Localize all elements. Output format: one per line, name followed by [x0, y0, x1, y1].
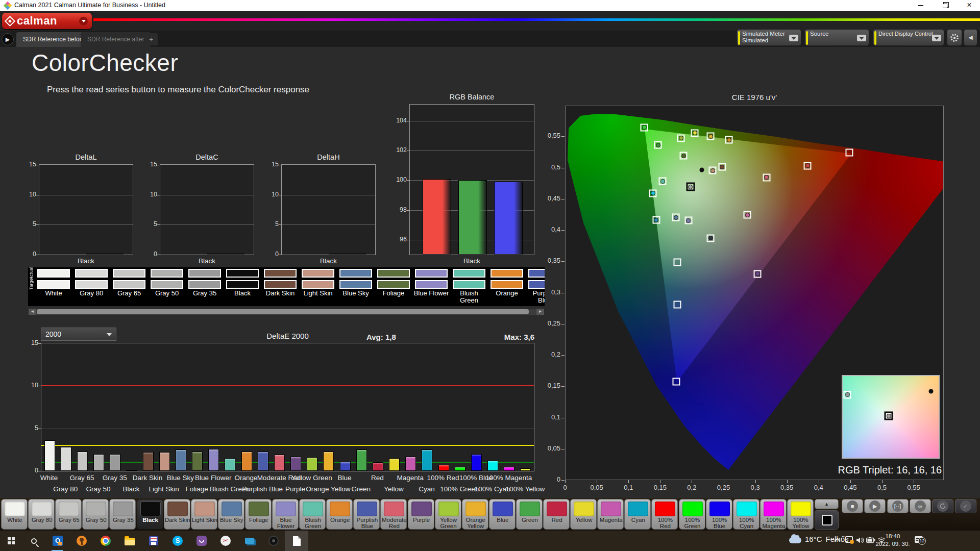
axis-tick-label: 96: [393, 236, 407, 243]
add-tab-button[interactable]: +: [144, 33, 158, 45]
palette-button-foliage[interactable]: Foliage: [245, 499, 272, 530]
deltae-bar: [487, 461, 498, 471]
start-button[interactable]: [4, 534, 18, 548]
palette-button-light-skin[interactable]: Light Skin: [191, 499, 217, 530]
floppy-save-icon[interactable]: [146, 534, 161, 548]
scrollbar-thumb[interactable]: [37, 309, 529, 314]
palette-button-100-cyan[interactable]: 100% Cyan: [733, 499, 760, 530]
deltac-chart: 051015: [160, 164, 254, 255]
palette-button-gray-50[interactable]: Gray 50: [82, 499, 109, 530]
cie-y-tick-label: 0,25: [532, 319, 560, 327]
palette-button-100-red[interactable]: 100% Red: [651, 499, 678, 530]
cie-x-tick-mark: [597, 480, 597, 483]
palette-button-moderate-red[interactable]: Moderate Red: [380, 499, 407, 530]
cie-point-square: [672, 214, 680, 221]
palette-button-blue-sky[interactable]: Blue Sky: [218, 499, 244, 530]
chart-title-rgb-balance: RGB Balance: [409, 93, 534, 101]
palette-button-purple[interactable]: Purple: [408, 499, 434, 530]
confirm-button[interactable]: ✓: [955, 499, 976, 513]
palette-button-orange[interactable]: Orange: [326, 499, 353, 530]
scroll-right-icon[interactable]: ►: [536, 309, 544, 315]
snipping-tool-icon[interactable]: ✂: [218, 534, 233, 548]
cie-point-square: [707, 133, 715, 140]
collapse-panel-button[interactable]: ◀: [964, 29, 977, 46]
settings-button[interactable]: [947, 29, 962, 46]
palette-button-gray-80[interactable]: Gray 80: [28, 499, 55, 530]
chrome-icon[interactable]: [99, 534, 113, 548]
deltae-bar: [176, 449, 186, 471]
read-series-button[interactable]: [··]: [887, 499, 909, 513]
openvpn-icon[interactable]: [75, 534, 89, 548]
viber-icon[interactable]: [194, 534, 209, 548]
stop-button[interactable]: ■: [842, 499, 863, 513]
source-dropdown[interactable]: Source: [804, 29, 869, 46]
outlook-icon[interactable]: O: [51, 534, 65, 548]
palette-button-100-green[interactable]: 100% Green: [679, 499, 705, 530]
palette-swatch: [384, 502, 404, 516]
palette-button-gray-35[interactable]: Gray 35: [109, 499, 136, 530]
search-icon[interactable]: [27, 534, 41, 548]
palette-button-yellow-green[interactable]: Yellow Green: [435, 499, 461, 530]
title-bar: Calman 2021 Calman Ultimate for Business…: [0, 0, 980, 11]
palette-button-white[interactable]: White: [1, 499, 28, 530]
cie-y-tick-mark: [561, 230, 565, 231]
palette-button-100-yellow[interactable]: 100% Yellow: [787, 499, 814, 530]
deltae-bar: [143, 452, 154, 471]
cie-x-tick-mark: [692, 480, 692, 483]
display-control-dropdown[interactable]: Direct Display Control: [873, 29, 944, 46]
palette-expand-button[interactable]: ▲: [815, 499, 839, 509]
restore-button[interactable]: [937, 0, 952, 11]
palette-button-dark-skin[interactable]: Dark Skin: [164, 499, 190, 530]
palette-button-gray-65[interactable]: Gray 65: [55, 499, 82, 530]
action-center-icon[interactable]: 12: [915, 536, 923, 543]
close-button[interactable]: ×: [962, 0, 977, 11]
palette-button-green[interactable]: Green: [516, 499, 543, 530]
calman-menu-button[interactable]: calman: [2, 13, 92, 29]
palette-button-magenta[interactable]: Magenta: [597, 499, 624, 530]
meter-dropdown[interactable]: Simulated Meter Simulated: [737, 29, 801, 46]
tray-expand-icon[interactable]: [836, 538, 841, 542]
continuous-button[interactable]: ∞: [910, 499, 931, 513]
minimize-button[interactable]: [913, 0, 928, 11]
palette-swatch: [465, 502, 486, 516]
palette-button-yellow[interactable]: Yellow: [570, 499, 597, 530]
calman-document-icon[interactable]: [289, 534, 304, 548]
file-explorer-icon[interactable]: [122, 534, 137, 548]
scroll-left-icon[interactable]: ◄: [29, 309, 36, 315]
palette-button-black[interactable]: Black: [137, 499, 163, 530]
axis-tick-label: 104: [393, 117, 407, 124]
palette-swatch: [764, 502, 784, 516]
strip-patch-label: Blue Sky: [337, 290, 374, 297]
tab-sdr-reference-after[interactable]: SDR Reference after: [81, 32, 151, 47]
cie-x-tick-label: 0,45: [838, 484, 863, 491]
palette-button-100-blue[interactable]: 100% Blue: [706, 499, 732, 530]
current-patch-indicator[interactable]: [815, 510, 839, 530]
remote-desktop-icon[interactable]: [242, 534, 257, 548]
palette-button-blue-flower[interactable]: Blue Flower: [272, 499, 299, 530]
palette-button-bluish-green[interactable]: Bluish Green: [299, 499, 326, 530]
tab-scroll-button[interactable]: ▶: [2, 33, 14, 45]
volume-icon[interactable]: [856, 536, 864, 544]
rgb-balance-bar-red: [423, 179, 451, 255]
palette-button-blue[interactable]: Blue: [489, 499, 516, 530]
weather-temp: 16°C: [805, 535, 822, 543]
axis-tick-mark: [407, 240, 409, 240]
play-button[interactable]: ▶: [864, 499, 886, 513]
taskbar-clock[interactable]: 18:40 2022. 09. 30.: [874, 533, 912, 548]
strip-scrollbar[interactable]: ◄ ►: [28, 308, 545, 315]
deltac-xlabel: Black: [160, 257, 254, 265]
tray-app-icon[interactable]: [845, 536, 853, 543]
strip-patch-actual: [151, 269, 183, 278]
palette-button-orange-yellow[interactable]: Orange Yellow: [462, 499, 488, 530]
palette-button-100-magenta[interactable]: 100% Magenta: [760, 499, 787, 530]
axis-tick-mark: [279, 224, 281, 225]
palette-button-red[interactable]: Red: [543, 499, 570, 530]
skype-icon[interactable]: S: [170, 534, 185, 548]
palette-button-cyan[interactable]: Cyan: [624, 499, 651, 530]
palette-button-purplish-blue[interactable]: Purplish Blue: [353, 499, 380, 530]
speaker-app-icon[interactable]: [266, 534, 281, 548]
cie-point-square: [680, 152, 688, 160]
deltae-bar: [208, 449, 219, 471]
strip-patch-target: [113, 280, 145, 289]
refresh-button[interactable]: [932, 499, 953, 513]
